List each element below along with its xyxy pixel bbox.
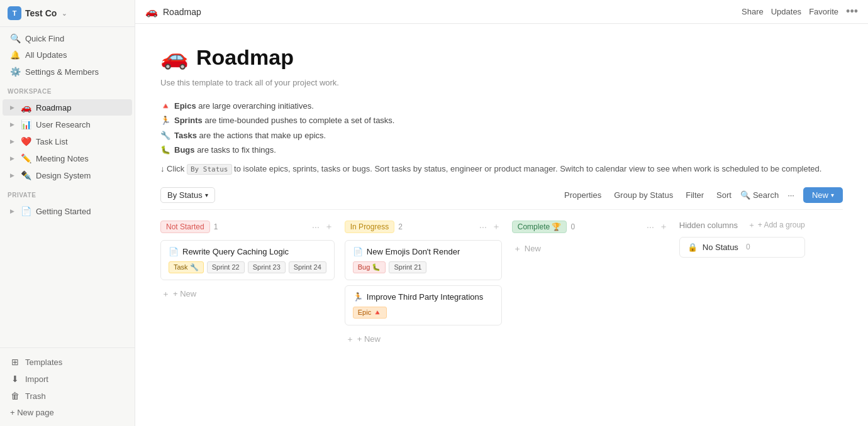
tasks-text: are the actions that make up epics. — [199, 131, 326, 140]
getting-started-icon: 📄 — [21, 206, 31, 216]
add-group-button[interactable]: ＋ + Add a group — [748, 220, 805, 231]
col-more-icon[interactable]: ··· — [478, 221, 488, 233]
status-badge-in-progress: In Progress — [345, 221, 394, 233]
sprints-text: are time-bounded pushes to complete a se… — [204, 116, 394, 125]
toolbar-right: Properties Group by Status Filter Sort 🔍… — [560, 187, 843, 203]
sidebar-item-trash[interactable]: 🗑 Trash — [3, 388, 132, 404]
expand-arrow-icon: ▶ — [10, 172, 14, 178]
share-button[interactable]: Share — [742, 7, 764, 16]
sprints-emoji: 🏃 — [160, 113, 170, 128]
team-header[interactable]: T Test Co ⌄ — [0, 0, 135, 27]
col-more-icon[interactable]: ··· — [645, 221, 655, 233]
by-status-button[interactable]: By Status ▾ — [160, 187, 215, 203]
card-title-text: New Emojis Don't Render — [367, 247, 460, 256]
favorite-button[interactable]: Favorite — [809, 7, 838, 16]
kanban-board: Not Started 1 ··· ＋ 📄 Rewrite Query Cach… — [160, 220, 843, 358]
card-tags-rewrite-query: Task 🔧 Sprint 22 Sprint 23 Sprint 24 — [169, 261, 326, 273]
sidebar-item-task-list[interactable]: ▶ ❤️ Task List — [3, 133, 132, 150]
card-sprint-icon: 🏃 — [353, 292, 363, 302]
sidebar-bottom: ⊞ Templates ⬇ Import 🗑 Trash + New page — [0, 347, 135, 426]
sort-button[interactable]: Sort — [713, 188, 735, 202]
add-new-not-started[interactable]: ＋ + New — [160, 285, 335, 303]
sidebar-item-all-updates[interactable]: 🔔 All Updates — [3, 47, 132, 63]
sidebar: T Test Co ⌄ 🔍 Quick Find 🔔 All Updates ⚙… — [0, 0, 135, 426]
more-options-button[interactable]: ••• — [846, 5, 858, 18]
page-content: 🚗 Roadmap Use this template to track all… — [135, 24, 868, 426]
col-add-icon[interactable]: ＋ — [658, 220, 669, 234]
sidebar-item-roadmap[interactable]: ▶ 🚗 Roadmap — [3, 99, 132, 116]
tag-task: Task 🔧 — [169, 261, 204, 273]
card-title-text: Improve Third Party Integrations — [367, 292, 483, 302]
epics-text: are large overarching initiatives. — [198, 101, 314, 111]
sidebar-item-design-system[interactable]: ▶ ✒️ Design System — [3, 167, 132, 183]
new-item-button[interactable]: New ▾ — [803, 187, 843, 203]
expand-arrow-icon: ▶ — [10, 155, 14, 161]
desc-epics: 🔺 Epics are large overarching initiative… — [160, 99, 843, 113]
sidebar-global-section: 🔍 Quick Find 🔔 All Updates ⚙️ Settings &… — [0, 27, 135, 83]
col-add-icon[interactable]: ＋ — [323, 220, 335, 234]
col-count-not-started: 1 — [214, 222, 218, 231]
epics-label: Epics — [174, 101, 196, 111]
col-actions-complete: ··· ＋ — [645, 220, 669, 234]
page-title: Roadmap — [196, 45, 294, 70]
team-chevron-icon: ⌄ — [62, 10, 67, 17]
card-third-party[interactable]: 🏃 Improve Third Party Integrations Epic … — [345, 285, 502, 325]
new-btn-chevron-icon: ▾ — [831, 192, 834, 199]
roadmap-label: Roadmap — [36, 103, 71, 112]
no-status-card[interactable]: 🔒 No Status 0 — [679, 237, 805, 258]
desc-tasks: 🔧 Tasks are the actions that make up epi… — [160, 128, 843, 143]
breadcrumb-icon: 🚗 — [145, 6, 158, 18]
col-more-icon[interactable]: ··· — [311, 221, 321, 233]
add-group-icon: ＋ — [748, 220, 755, 231]
card-rewrite-query[interactable]: 📄 Rewrite Query Caching Logic Task 🔧 Spr… — [160, 240, 335, 280]
breadcrumb-title: Roadmap — [163, 7, 201, 17]
sidebar-item-user-research[interactable]: ▶ 📊 User Research — [3, 116, 132, 133]
col-add-icon[interactable]: ＋ — [491, 220, 502, 234]
add-new-label: New — [525, 244, 541, 253]
status-badge-not-started: Not Started — [160, 221, 210, 233]
sidebar-item-settings[interactable]: ⚙️ Settings & Members — [3, 63, 132, 80]
user-research-label: User Research — [36, 120, 91, 129]
add-new-in-progress[interactable]: ＋ + New — [345, 330, 502, 348]
search-button[interactable]: 🔍 Search — [740, 190, 779, 200]
sidebar-item-getting-started[interactable]: ▶ 📄 Getting Started — [3, 203, 132, 219]
properties-button[interactable]: Properties — [560, 188, 605, 202]
search-icon: 🔍 — [10, 33, 20, 43]
col-count-complete: 0 — [570, 222, 575, 231]
dropdown-arrow-icon: ▾ — [205, 192, 208, 199]
search-label: Search — [753, 190, 779, 200]
expand-arrow-icon: ▶ — [10, 121, 14, 128]
private-items: ▶ 📄 Getting Started — [0, 200, 135, 222]
sidebar-item-quick-find[interactable]: 🔍 Quick Find — [3, 30, 132, 46]
hidden-columns-label: Hidden columns — [679, 221, 738, 230]
group-by-button[interactable]: Group by Status — [610, 188, 677, 202]
card-tags-new-emojis: Bug 🐛 Sprint 21 — [353, 261, 494, 273]
card-tags-third-party: Epic 🔺 — [353, 307, 494, 319]
tag-sprint-24: Sprint 24 — [289, 261, 326, 273]
tag-sprint-22: Sprint 22 — [207, 261, 245, 273]
sidebar-item-import[interactable]: ⬇ Import — [3, 371, 132, 387]
column-not-started: Not Started 1 ··· ＋ 📄 Rewrite Query Cach… — [160, 220, 335, 348]
card-new-emojis[interactable]: 📄 New Emojis Don't Render Bug 🐛 Sprint 2… — [345, 240, 502, 280]
filter-button[interactable]: Filter — [682, 188, 708, 202]
meeting-notes-label: Meeting Notes — [36, 154, 89, 163]
description-block: 🔺 Epics are large overarching initiative… — [160, 99, 843, 176]
add-new-complete[interactable]: ＋ New — [512, 240, 669, 258]
meeting-notes-icon: ✏️ — [21, 153, 31, 163]
more-toolbar-button[interactable]: ··· — [784, 188, 798, 202]
design-system-label: Design System — [36, 171, 91, 180]
tag-bug: Bug 🐛 — [353, 261, 386, 273]
getting-started-label: Getting Started — [36, 207, 91, 216]
roadmap-icon: 🚗 — [21, 102, 31, 112]
sidebar-item-meeting-notes[interactable]: ▶ ✏️ Meeting Notes — [3, 150, 132, 167]
new-page-label: + New page — [10, 408, 54, 417]
trash-icon: 🗑 — [10, 391, 20, 401]
updates-button[interactable]: Updates — [771, 7, 801, 16]
sidebar-item-templates[interactable]: ⊞ Templates — [3, 354, 132, 370]
new-page-button[interactable]: + New page — [3, 405, 132, 420]
epics-emoji: 🔺 — [160, 99, 170, 113]
search-icon: 🔍 — [740, 190, 750, 200]
import-label: Import — [25, 374, 48, 384]
card-title-new-emojis: 📄 New Emojis Don't Render — [353, 247, 494, 256]
private-label: PRIVATE — [0, 187, 135, 200]
